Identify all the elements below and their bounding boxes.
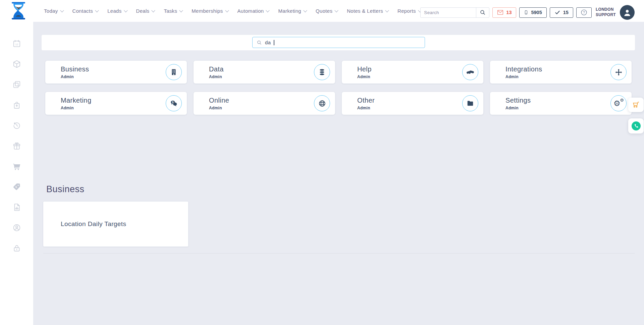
- category-card-other[interactable]: Other Admin: [342, 92, 483, 115]
- category-card-help[interactable]: Help Admin: [342, 61, 483, 84]
- mail-badge[interactable]: 13: [492, 7, 516, 18]
- sidebar-cube-icon[interactable]: [12, 60, 21, 68]
- mail-count: 13: [506, 10, 512, 15]
- user-name: LONDON SUPPORT: [596, 7, 616, 17]
- nav-notes-letters[interactable]: Notes & Letters: [347, 8, 388, 14]
- category-card-settings[interactable]: Settings Admin ⚙⚙: [490, 92, 632, 115]
- admin-search-input[interactable]: da: [252, 37, 425, 48]
- header-search-button[interactable]: [476, 8, 489, 17]
- chat-dollar-icon: $: [166, 95, 182, 111]
- sidebar-calendar-icon[interactable]: 12: [12, 39, 21, 48]
- section-divider: [43, 253, 635, 254]
- card-title: Data: [209, 65, 224, 73]
- phone-icon: [634, 123, 639, 128]
- svg-text:$: $: [172, 101, 174, 104]
- chevron-down-icon: [95, 8, 99, 12]
- nav-today[interactable]: Today: [44, 8, 63, 14]
- search-icon: [480, 9, 486, 15]
- text-caret: [274, 40, 274, 45]
- card-text: Help Admin: [357, 65, 372, 79]
- sidebar-bag-arrow-icon[interactable]: [12, 101, 21, 109]
- sidebar-copy-squares-icon[interactable]: [12, 80, 21, 89]
- sidebar-user-circle-icon[interactable]: [12, 223, 21, 232]
- card-text: Marketing Admin: [61, 97, 91, 110]
- nav-deals[interactable]: Deals: [136, 8, 155, 14]
- nav-contacts[interactable]: Contacts: [72, 8, 99, 14]
- category-card-online[interactable]: Online Admin: [194, 92, 335, 115]
- chevron-down-icon: [179, 8, 183, 12]
- question-circle-icon: ?: [580, 9, 588, 16]
- mobile-phone-icon: [524, 9, 528, 16]
- sidebar-history-icon[interactable]: [12, 121, 21, 130]
- nav-tasks[interactable]: Tasks: [164, 8, 182, 14]
- chevron-down-icon: [266, 8, 270, 12]
- user-avatar[interactable]: [620, 5, 635, 20]
- nav-label: Automation: [237, 8, 264, 14]
- nav-label: Deals: [136, 8, 150, 14]
- move-arrows-icon: [610, 64, 627, 80]
- gears-icon: ⚙⚙: [610, 95, 627, 111]
- header-search: [420, 7, 489, 18]
- phone-circle: [632, 121, 641, 130]
- card-subtitle: Admin: [61, 74, 89, 79]
- sidebar-price-tag-icon[interactable]: $: [12, 182, 21, 191]
- sidebar-report-icon[interactable]: [12, 203, 21, 212]
- sidebar-lock-icon[interactable]: [12, 244, 21, 253]
- svg-text:?: ?: [583, 10, 585, 14]
- check-icon: [554, 10, 560, 15]
- person-icon: [623, 8, 632, 17]
- tasks-badge[interactable]: 15: [550, 7, 573, 18]
- card-title: Other: [357, 97, 375, 104]
- nav-leads[interactable]: Leads: [107, 8, 127, 14]
- nav-marketing[interactable]: Marketing: [278, 8, 307, 14]
- topbar-right: 13 5905 15 ? LONDON SUPPORT: [420, 5, 635, 20]
- cart-icon: [632, 101, 640, 109]
- svg-text:12: 12: [15, 43, 18, 46]
- card-text: Data Admin: [209, 65, 224, 79]
- result-location-daily-targets[interactable]: Location Daily Targets: [43, 202, 188, 247]
- nav-label: Today: [44, 8, 58, 14]
- gears-glyphs: ⚙⚙: [613, 99, 624, 108]
- card-text: Other Admin: [357, 97, 375, 110]
- hourglass-logo-icon: [10, 2, 27, 19]
- chevron-down-icon: [124, 8, 127, 12]
- folder-icon: [462, 95, 478, 111]
- admin-search-value: da: [265, 40, 271, 45]
- nav-label: Quotes: [316, 8, 332, 14]
- left-sidebar: 12: [0, 22, 33, 325]
- chevron-down-icon: [303, 8, 307, 12]
- nav-reports[interactable]: Reports: [397, 8, 421, 14]
- category-card-data[interactable]: Data Admin: [194, 61, 335, 84]
- nav-label: Leads: [107, 8, 121, 14]
- cart-fab-button[interactable]: [628, 98, 644, 112]
- chevron-down-icon: [60, 8, 64, 12]
- chevron-down-icon: [385, 8, 389, 12]
- chevron-down-icon: [225, 8, 229, 12]
- app-logo[interactable]: [10, 2, 27, 21]
- card-text: Business Admin: [61, 65, 89, 79]
- nav-label: Reports: [397, 8, 416, 14]
- card-title: Integrations: [505, 65, 542, 73]
- nav-label: Tasks: [164, 8, 177, 14]
- sidebar-gift-icon[interactable]: [12, 142, 21, 150]
- card-text: Online Admin: [209, 97, 229, 110]
- database-icon: [314, 64, 330, 80]
- phone-fab-button[interactable]: [628, 118, 644, 133]
- result-label: Location Daily Targets: [61, 220, 126, 228]
- card-title: Settings: [505, 97, 531, 104]
- category-card-integrations[interactable]: Integrations Admin: [490, 61, 632, 84]
- nav-quotes[interactable]: Quotes: [316, 8, 338, 14]
- nav-label: Contacts: [72, 8, 93, 14]
- user-name-line1: LONDON: [596, 7, 616, 12]
- category-card-marketing[interactable]: Marketing Admin $: [45, 92, 187, 115]
- admin-category-grid: Business Admin Data Admin: [45, 61, 632, 115]
- nav-memberships[interactable]: Memberships: [192, 8, 228, 14]
- card-subtitle: Admin: [209, 74, 224, 79]
- phone-badge[interactable]: 5905: [519, 7, 546, 18]
- user-name-line2: SUPPORT: [596, 12, 616, 18]
- help-button[interactable]: ?: [576, 7, 592, 18]
- header-search-input[interactable]: [421, 8, 476, 17]
- nav-automation[interactable]: Automation: [237, 8, 269, 14]
- category-card-business[interactable]: Business Admin: [45, 61, 187, 84]
- sidebar-cart-icon[interactable]: [12, 162, 21, 171]
